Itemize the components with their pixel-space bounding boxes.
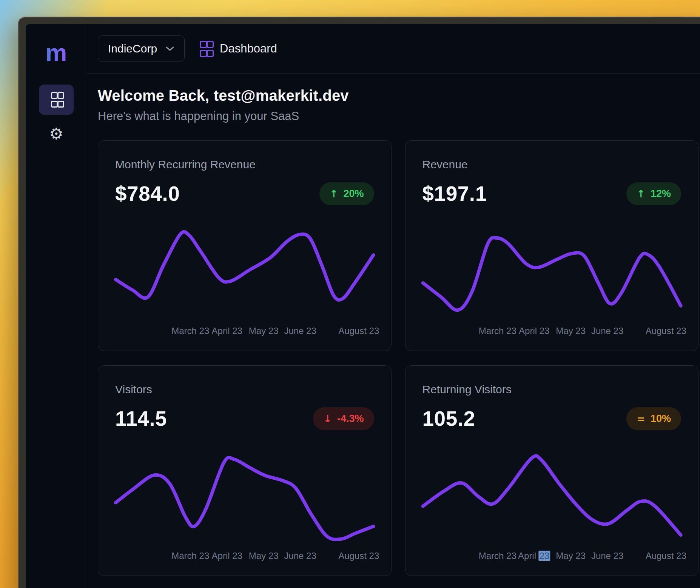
app-window: m ⚙ IndieCorp Dashboard: [18, 17, 700, 588]
card-revenue: Revenue $197.1 ↑ 12%: [405, 140, 699, 351]
card-returning-visitors: Returning Visitors 105.2 = 10%: [405, 365, 699, 576]
axis-label: April 23: [519, 326, 549, 336]
card-visitors: Visitors 114.5 ↓ -4.3%: [98, 365, 392, 576]
axis-label: August 23: [338, 551, 379, 561]
axis-label: June 23: [591, 551, 623, 561]
axis-label: August 23: [646, 326, 686, 336]
axis-label: March 23: [171, 326, 209, 336]
card-value: $784.0: [115, 182, 180, 206]
axis-label: May 23: [556, 551, 586, 561]
gear-icon[interactable]: ⚙: [49, 126, 63, 142]
content: Welcome Back, test@makerkit.dev Here's w…: [87, 74, 700, 588]
trend-badge: ↓ -4.3%: [313, 407, 374, 430]
axis-label: June 23: [591, 326, 623, 336]
arrow-up-icon: ↑: [330, 188, 338, 200]
axis-label: June 23: [284, 326, 316, 336]
card-title: Revenue: [422, 158, 681, 171]
welcome-subheading: Here's what is happening in your SaaS: [98, 109, 698, 123]
x-axis: March 23April 23May 23June 23August 23: [98, 551, 391, 562]
card-title: Visitors: [115, 383, 374, 396]
trend-badge: ↑ 20%: [319, 182, 374, 205]
trend-badge: ↑ 12%: [626, 182, 681, 205]
arrow-down-icon: ↓: [323, 413, 332, 425]
card-title: Returning Visitors: [422, 383, 681, 396]
page-header: Dashboard: [200, 41, 277, 57]
app-surface: m ⚙ IndieCorp Dashboard: [26, 24, 700, 588]
line-chart: [98, 218, 391, 331]
axis-label: May 23: [556, 326, 586, 336]
trend-badge-label: -4.3%: [337, 413, 364, 425]
team-selector-label: IndieCorp: [108, 42, 157, 55]
card-monthly-recurring-revenue: Monthly Recurring Revenue $784.0 ↑ 20%: [98, 140, 392, 351]
line-chart: [406, 218, 698, 331]
axis-label: March 23: [479, 326, 517, 336]
arrow-up-icon: ↑: [637, 188, 645, 200]
welcome-heading: Welcome Back, test@makerkit.dev: [98, 87, 698, 104]
axis-label: June 23: [284, 551, 316, 561]
axis-label: August 23: [646, 551, 686, 561]
axis-label: May 23: [249, 551, 279, 561]
makerkit-logo: m: [46, 41, 67, 65]
main-area: IndieCorp Dashboard Welcome Back, test@m…: [87, 24, 700, 588]
card-value: $197.1: [422, 182, 487, 206]
sidebar: m ⚙: [26, 24, 87, 588]
sidebar-item-dashboard[interactable]: [39, 85, 74, 115]
selected-text: 23: [539, 551, 550, 561]
equals-icon: =: [637, 413, 645, 425]
card-title: Monthly Recurring Revenue: [115, 158, 374, 171]
axis-label: April 23: [518, 551, 550, 561]
trend-badge-label: 10%: [651, 413, 671, 425]
trend-badge-label: 12%: [651, 188, 671, 200]
trend-badge-label: 20%: [343, 188, 364, 200]
card-value: 105.2: [422, 406, 475, 431]
chevron-down-icon: [165, 46, 174, 51]
axis-label: April 23: [212, 551, 242, 561]
axis-label: April 23: [212, 326, 242, 336]
grid-icon: [51, 92, 62, 108]
topbar: IndieCorp Dashboard: [87, 24, 700, 74]
axis-label: March 23: [479, 551, 517, 561]
stats-card-grid: Monthly Recurring Revenue $784.0 ↑ 20%: [98, 140, 698, 576]
dashboard-grid-icon: [200, 41, 211, 57]
page-title: Dashboard: [220, 42, 277, 55]
line-chart: [406, 443, 698, 556]
team-selector-button[interactable]: IndieCorp: [98, 35, 185, 62]
axis-label: August 23: [338, 326, 379, 336]
x-axis: March 23April 23May 23June 23August 23: [406, 326, 698, 337]
card-value: 114.5: [115, 406, 167, 431]
x-axis: March 23April 23May 23June 23August 23: [98, 326, 391, 337]
x-axis: March 23April 23May 23June 23August 23: [406, 551, 698, 562]
line-chart: [98, 443, 391, 556]
axis-label: May 23: [249, 326, 279, 336]
trend-badge: = 10%: [626, 407, 681, 430]
axis-label: March 23: [171, 551, 209, 561]
